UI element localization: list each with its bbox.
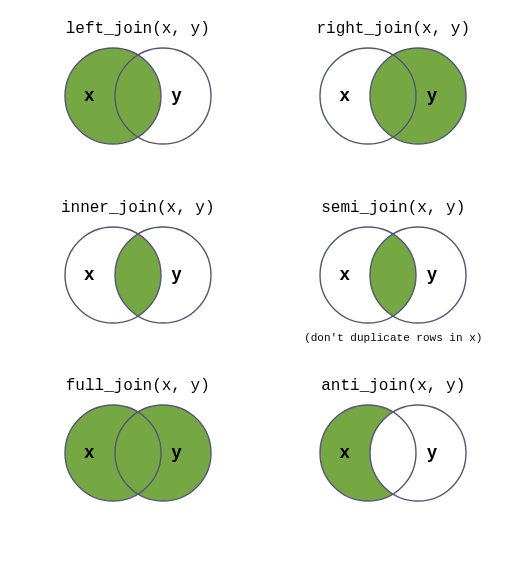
label-y: y (171, 264, 181, 285)
cell-inner-join: inner_join(x, y) xy (10, 199, 266, 378)
venn-left-join: xy (53, 44, 223, 149)
cell-anti-join: anti_join(x, y) xy (266, 377, 522, 556)
venn-semi-join: xy (308, 223, 478, 328)
title-right-join: right_join(x, y) (316, 20, 470, 38)
venn-right-join: xy (308, 44, 478, 149)
venn-inner-join: xy (53, 223, 223, 328)
svg-point-15 (370, 405, 466, 501)
cell-semi-join: semi_join(x, y) xy (don't duplicate rows… (266, 199, 522, 378)
label-x: x (340, 85, 350, 106)
subtitle-semi-join: (don't duplicate rows in x) (304, 332, 482, 344)
label-y: y (427, 85, 437, 106)
label-x: x (340, 264, 350, 285)
label-x: x (84, 85, 94, 106)
label-x: x (340, 442, 350, 463)
label-y: y (427, 264, 437, 285)
title-full-join: full_join(x, y) (66, 377, 210, 395)
cell-right-join: right_join(x, y) xy (266, 20, 522, 199)
venn-grid: left_join(x, y) xy right_join(x, y) xy i… (0, 0, 531, 586)
venn-full-join: xy (53, 401, 223, 506)
title-semi-join: semi_join(x, y) (321, 199, 465, 217)
label-y: y (427, 442, 437, 463)
title-left-join: left_join(x, y) (66, 20, 210, 38)
venn-anti-join: xy (308, 401, 478, 506)
title-inner-join: inner_join(x, y) (61, 199, 215, 217)
cell-full-join: full_join(x, y) xy (10, 377, 266, 556)
label-x: x (84, 442, 94, 463)
title-anti-join: anti_join(x, y) (321, 377, 465, 395)
label-y: y (171, 85, 181, 106)
cell-left-join: left_join(x, y) xy (10, 20, 266, 199)
label-y: y (171, 442, 181, 463)
label-x: x (84, 264, 94, 285)
